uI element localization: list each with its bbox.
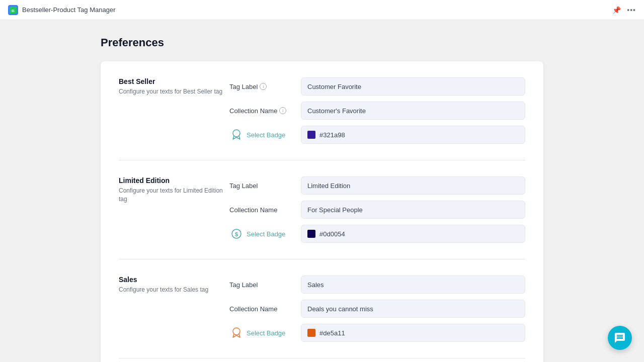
tag-label-label-limited-edition: Tag Label: [229, 182, 295, 190]
section-desc-limited-edition: Configure your texts for Limited Edition…: [119, 187, 229, 204]
color-value-best-seller: #321a98: [319, 131, 345, 139]
app-title: Bestseller-Product Tag Manager: [22, 6, 115, 14]
section-fields-limited-edition: Tag Label Collection Name: [229, 176, 525, 243]
color-swatch-limited-edition: [307, 230, 315, 238]
collection-name-row-limited-edition: Collection Name: [229, 201, 525, 219]
section-best-seller: Best Seller Configure your texts for Bes…: [119, 77, 525, 160]
badge-row-limited-edition: $ Select Badge #0d0054: [229, 225, 525, 243]
topbar-left: B Bestseller-Product Tag Manager: [8, 5, 115, 15]
tag-label-info-best-seller[interactable]: i: [260, 83, 267, 90]
section-left-best-seller: Best Seller Configure your texts for Bes…: [119, 77, 229, 144]
more-icon[interactable]: •••: [627, 6, 636, 14]
collection-name-row-sales: Collection Name: [229, 300, 525, 318]
collection-name-label-best-seller: Collection Name i: [229, 107, 295, 115]
collection-name-row-best-seller: Collection Name i: [229, 102, 525, 120]
collection-name-info-best-seller[interactable]: i: [279, 107, 286, 114]
select-badge-limited-edition[interactable]: $ Select Badge: [229, 227, 295, 241]
color-swatch-sales: [307, 329, 315, 337]
tag-label-label-sales: Tag Label: [229, 281, 295, 289]
badge-icon-limited-edition: $: [229, 227, 244, 241]
chat-bubble[interactable]: [608, 326, 632, 350]
tag-label-input-best-seller[interactable]: [301, 77, 525, 96]
pin-icon[interactable]: 📌: [612, 6, 621, 14]
select-badge-best-seller[interactable]: Select Badge: [229, 128, 295, 142]
page-title: Preferences: [101, 36, 543, 49]
section-left-sales: Sales Configure your texts for Sales tag: [119, 276, 229, 342]
tag-label-input-sales[interactable]: [301, 276, 525, 294]
select-badge-label-best-seller: Select Badge: [247, 131, 285, 139]
section-title-sales: Sales: [119, 276, 229, 284]
tag-label-row-sales: Tag Label: [229, 276, 525, 294]
section-limited-edition: Limited Edition Configure your texts for…: [119, 176, 525, 259]
svg-point-2: [233, 130, 240, 137]
color-value-sales: #de5a11: [319, 329, 345, 337]
svg-text:B: B: [12, 8, 15, 13]
color-value-limited-edition: #0d0054: [319, 230, 345, 238]
tag-label-input-limited-edition[interactable]: [301, 176, 525, 195]
tag-label-row-limited-edition: Tag Label: [229, 176, 525, 195]
section-title-best-seller: Best Seller: [119, 77, 229, 85]
tag-label-label-best-seller: Tag Label i: [229, 83, 295, 90]
svg-point-5: [233, 328, 240, 335]
color-field-best-seller[interactable]: #321a98: [301, 126, 525, 144]
badge-row-best-seller: Select Badge #321a98: [229, 126, 525, 144]
topbar: B Bestseller-Product Tag Manager 📌 •••: [0, 0, 644, 20]
preferences-card: Best Seller Configure your texts for Bes…: [101, 61, 543, 362]
select-badge-label-sales: Select Badge: [247, 329, 285, 337]
topbar-actions: 📌 •••: [612, 6, 636, 14]
select-badge-sales[interactable]: Select Badge: [229, 326, 295, 340]
collection-name-label-limited-edition: Collection Name: [229, 206, 295, 214]
section-desc-sales: Configure your texts for Sales tag: [119, 286, 229, 294]
app-icon: B: [8, 5, 18, 15]
badge-icon-sales: [229, 326, 244, 340]
section-fields-best-seller: Tag Label i Collection Name i: [229, 77, 525, 144]
color-field-sales[interactable]: #de5a11: [301, 324, 525, 342]
color-field-limited-edition[interactable]: #0d0054: [301, 225, 525, 243]
badge-icon-best-seller: [229, 128, 244, 142]
main-content: Preferences Best Seller Configure your t…: [0, 20, 644, 362]
badge-row-sales: Select Badge #de5a11: [229, 324, 525, 342]
section-sales: Sales Configure your texts for Sales tag…: [119, 276, 525, 358]
collection-name-label-sales: Collection Name: [229, 305, 295, 313]
color-swatch-best-seller: [307, 131, 315, 139]
section-title-limited-edition: Limited Edition: [119, 176, 229, 185]
tag-label-row-best-seller: Tag Label i: [229, 77, 525, 96]
collection-name-input-best-seller[interactable]: [301, 102, 525, 120]
collection-name-input-limited-edition[interactable]: [301, 201, 525, 219]
section-fields-sales: Tag Label Collection Name: [229, 276, 525, 342]
select-badge-label-limited-edition: Select Badge: [247, 230, 285, 238]
section-left-limited-edition: Limited Edition Configure your texts for…: [119, 176, 229, 243]
section-desc-best-seller: Configure your texts for Best Seller tag: [119, 87, 229, 96]
collection-name-input-sales[interactable]: [301, 300, 525, 318]
svg-text:$: $: [235, 231, 238, 237]
